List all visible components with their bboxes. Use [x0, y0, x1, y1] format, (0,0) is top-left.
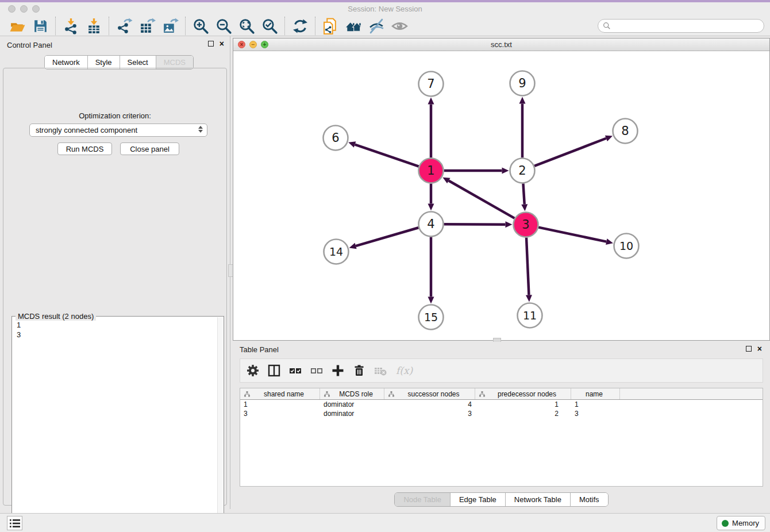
column-header[interactable]: shared name: [240, 388, 320, 399]
criterion-dropdown-value: strongly connected component: [36, 126, 137, 134]
edge-3-10[interactable]: [538, 228, 606, 242]
memory-button[interactable]: Memory: [717, 516, 765, 530]
run-mcds-button[interactable]: Run MCDS: [57, 142, 112, 155]
column-header[interactable]: successor nodes: [384, 388, 475, 399]
edge-arrowhead: [428, 297, 434, 304]
edge-2-3[interactable]: [523, 183, 524, 204]
zoom-fit-icon[interactable]: [235, 17, 258, 35]
edge-4-14[interactable]: [356, 228, 418, 246]
column-visibility-icon[interactable]: [267, 363, 281, 379]
node-table: shared nameMCDS rolesuccessor nodesprede…: [240, 388, 763, 487]
table-cell: 3: [240, 409, 320, 418]
search-input[interactable]: [598, 19, 764, 33]
export-network-icon[interactable]: [113, 17, 136, 35]
edge-arrowhead: [519, 97, 526, 104]
task-history-button[interactable]: [7, 516, 22, 530]
control-panel-header: Control Panel ×: [0, 36, 230, 53]
table-cell: 3: [384, 409, 475, 418]
add-column-icon[interactable]: [331, 363, 345, 379]
tab-network-table[interactable]: Network Table: [506, 493, 571, 506]
node-label-10: 10: [619, 240, 633, 252]
close-table-panel-icon[interactable]: ×: [757, 346, 762, 352]
optimization-criterion-label: Optimization criterion:: [3, 111, 226, 120]
show-details-icon[interactable]: [388, 17, 411, 35]
node-label-1: 1: [427, 164, 434, 178]
edge-arrowhead: [502, 168, 509, 174]
search-icon: [603, 22, 611, 30]
network-window-titlebar[interactable]: × − + scc.txt: [233, 38, 769, 51]
table-cell: 1: [475, 400, 571, 409]
criterion-dropdown[interactable]: strongly connected component: [29, 124, 207, 137]
control-panel-title: Control Panel: [7, 41, 52, 49]
zoom-selected-icon[interactable]: [258, 17, 281, 35]
toolbar-separator: [55, 17, 56, 35]
tab-motifs[interactable]: Motifs: [571, 493, 608, 506]
export-image-icon[interactable]: [159, 17, 182, 35]
import-network-icon[interactable]: [59, 17, 82, 35]
node-label-8: 8: [621, 124, 629, 138]
refresh-layout-icon[interactable]: [288, 17, 311, 35]
table-panel: Table Panel × shared nameMCDS rolesucces…: [233, 342, 770, 513]
home-layout-icon[interactable]: [342, 17, 365, 35]
clone-network-icon[interactable]: [319, 17, 342, 35]
import-table-icon[interactable]: [82, 17, 105, 35]
node-label-7: 7: [427, 77, 434, 91]
dropdown-stepper-icon: [198, 126, 203, 133]
tab-edge-table[interactable]: Edge Table: [451, 493, 506, 506]
app-titlebar: Session: New Session: [0, 2, 770, 16]
column-header[interactable]: name: [571, 388, 620, 399]
edge-4-3[interactable]: [444, 224, 505, 225]
table-row[interactable]: 1dominator411: [240, 400, 763, 409]
hide-details-icon[interactable]: [365, 17, 388, 35]
edge-3-11[interactable]: [526, 237, 529, 295]
deselect-all-rows-icon[interactable]: [310, 363, 324, 379]
export-table-icon[interactable]: [136, 17, 159, 35]
zoom-out-icon[interactable]: [212, 17, 235, 35]
tab-mcds[interactable]: MCDS: [156, 56, 193, 69]
delete-table-icon: [374, 363, 387, 379]
edge-arrowhead: [348, 141, 356, 147]
toolbar-separator: [284, 17, 285, 35]
float-panel-icon[interactable]: [208, 41, 214, 47]
table-panel-header: Table Panel ×: [233, 342, 770, 357]
apply-function-icon: [395, 363, 414, 379]
node-label-15: 15: [424, 311, 438, 323]
zoom-in-icon[interactable]: [189, 17, 212, 35]
close-panel-button[interactable]: Close panel: [120, 142, 179, 155]
tab-style[interactable]: Style: [88, 56, 120, 69]
node-label-4: 4: [427, 217, 434, 231]
table-tabs: Node Table Edge Table Network Table Moti…: [394, 492, 608, 507]
delete-column-icon[interactable]: [352, 363, 366, 379]
node-label-9: 9: [518, 76, 526, 90]
edge-1-6[interactable]: [355, 145, 419, 167]
float-table-panel-icon[interactable]: [746, 346, 752, 352]
header-filler: [620, 388, 763, 399]
edge-2-8[interactable]: [534, 138, 606, 166]
save-session-icon[interactable]: [29, 17, 52, 35]
table-row[interactable]: 3dominator323: [240, 409, 763, 418]
table-cell: 1: [240, 400, 320, 409]
edge-arrowhead: [428, 98, 434, 105]
tab-node-table[interactable]: Node Table: [395, 493, 451, 506]
node-label-11: 11: [523, 309, 537, 322]
tree-icon: [244, 391, 251, 398]
column-header[interactable]: MCDS role: [320, 388, 384, 399]
result-scrollbar[interactable]: [217, 317, 223, 532]
column-header[interactable]: predecessor nodes: [475, 388, 571, 399]
tree-icon: [388, 391, 395, 398]
table-cell: dominator: [320, 400, 384, 409]
close-panel-icon[interactable]: ×: [220, 41, 224, 47]
tab-network[interactable]: Network: [45, 56, 88, 69]
open-file-icon[interactable]: [6, 17, 29, 35]
network-canvas[interactable]: 7968124314101511: [233, 51, 769, 340]
edge-3-1[interactable]: [449, 181, 515, 218]
mcds-result-group: MCDS result (2 nodes) 1 3: [11, 316, 224, 532]
mcds-result-list[interactable]: 1 3: [17, 320, 21, 340]
main-toolbar: [0, 16, 770, 36]
tab-select[interactable]: Select: [120, 56, 156, 69]
select-all-rows-icon[interactable]: [288, 363, 302, 379]
network-view-window: × − + scc.txt 7968124314101511: [233, 38, 770, 341]
mcds-panel-body: Optimization criterion: strongly connect…: [3, 68, 227, 506]
app-title: Session: New Session: [0, 5, 770, 13]
table-settings-icon[interactable]: [246, 363, 260, 379]
